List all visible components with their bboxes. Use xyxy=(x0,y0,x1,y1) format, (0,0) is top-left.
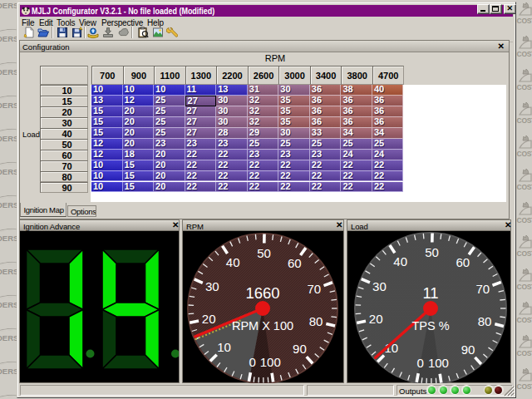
svg-text:60: 60 xyxy=(456,255,470,269)
svg-text:70: 70 xyxy=(475,282,490,296)
svg-text:100: 100 xyxy=(260,355,281,369)
svg-text:0: 0 xyxy=(249,355,256,369)
svg-text:60: 60 xyxy=(288,256,302,270)
svg-text:50: 50 xyxy=(425,245,439,259)
svg-text:50: 50 xyxy=(257,246,271,260)
svg-text:40: 40 xyxy=(393,254,407,268)
svg-text:30: 30 xyxy=(372,279,387,293)
svg-text:30: 30 xyxy=(205,279,219,293)
svg-text:100: 100 xyxy=(428,356,449,370)
svg-text:11: 11 xyxy=(422,284,438,302)
svg-text:0: 0 xyxy=(416,356,423,370)
svg-text:RPM X 100: RPM X 100 xyxy=(232,319,293,332)
svg-text:20: 20 xyxy=(202,312,216,326)
svg-text:80: 80 xyxy=(478,314,492,328)
svg-text:20: 20 xyxy=(369,312,383,326)
svg-text:80: 80 xyxy=(309,314,323,328)
svg-text:TPS %: TPS % xyxy=(411,319,449,332)
svg-text:90: 90 xyxy=(461,342,475,357)
svg-text:40: 40 xyxy=(226,255,240,269)
svg-text:90: 90 xyxy=(293,342,307,356)
svg-text:70: 70 xyxy=(307,282,321,296)
svg-text:1660: 1660 xyxy=(245,284,279,302)
svg-text:10: 10 xyxy=(217,340,231,354)
